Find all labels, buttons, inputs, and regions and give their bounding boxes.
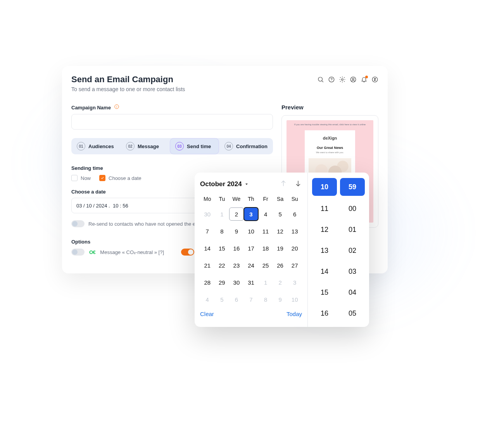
hour-option[interactable]: 12 bbox=[312, 221, 337, 238]
calendar-panel: October 2024 MoTuWeThFrSaSu3012345678910… bbox=[195, 173, 308, 327]
hour-option[interactable]: 11 bbox=[312, 200, 337, 217]
minute-option[interactable]: 01 bbox=[340, 221, 365, 238]
hour-option[interactable]: 10 bbox=[312, 178, 337, 196]
day-of-week-header: We bbox=[229, 196, 244, 204]
calendar-day[interactable]: 13 bbox=[287, 225, 302, 238]
datetime-picker: October 2024 MoTuWeThFrSaSu3012345678910… bbox=[195, 173, 369, 327]
calendar-day: 6 bbox=[229, 293, 244, 306]
resend-toggle[interactable] bbox=[71, 220, 85, 227]
calendar-day[interactable]: 3 bbox=[244, 207, 259, 221]
step-message[interactable]: 02Message bbox=[121, 138, 170, 154]
option-choose-date[interactable]: Choose a date bbox=[99, 175, 142, 181]
svg-line-1 bbox=[322, 81, 323, 82]
calendar-day[interactable]: 6 bbox=[287, 207, 302, 221]
calendar-day[interactable]: 12 bbox=[273, 225, 288, 238]
step-label: Confirmation bbox=[236, 143, 268, 149]
svg-point-0 bbox=[318, 77, 323, 81]
step-send-time[interactable]: 03Send time bbox=[170, 138, 219, 154]
calendar-day[interactable]: 17 bbox=[244, 242, 259, 255]
calendar-day[interactable]: 14 bbox=[200, 242, 215, 255]
calendar-day[interactable]: 2 bbox=[229, 207, 244, 221]
minute-option[interactable]: 59 bbox=[340, 178, 365, 196]
co2-text: Message « CO₂-neutral » [?] bbox=[100, 249, 164, 255]
calendar-day[interactable]: 10 bbox=[244, 225, 259, 238]
activate-stats-toggle[interactable] bbox=[181, 249, 194, 256]
sending-time-label: Sending time bbox=[71, 165, 273, 171]
calendar-day[interactable]: 31 bbox=[244, 276, 259, 289]
calendar-day[interactable]: 24 bbox=[244, 259, 259, 272]
step-number: 03 bbox=[175, 142, 184, 150]
calendar-day[interactable]: 25 bbox=[258, 259, 273, 272]
co2-toggle[interactable] bbox=[71, 249, 85, 256]
calendar-day[interactable]: 27 bbox=[287, 259, 302, 272]
clear-button[interactable]: Clear bbox=[200, 311, 214, 317]
calendar-grid: MoTuWeThFrSaSu30123456789101112131415161… bbox=[200, 196, 302, 306]
minute-option[interactable]: 02 bbox=[340, 242, 365, 259]
hour-option[interactable]: 14 bbox=[312, 263, 337, 280]
calendar-day[interactable]: 18 bbox=[258, 242, 273, 255]
checkbox-now[interactable] bbox=[71, 175, 78, 181]
page-title: Send an Email Campaign bbox=[71, 74, 185, 85]
preview-subtext: We want to share with you. bbox=[316, 151, 344, 154]
minutes-column[interactable]: 59000102030405 bbox=[340, 178, 365, 321]
preview-headline: Our Great News bbox=[317, 146, 343, 150]
calendar-day: 30 bbox=[200, 207, 215, 221]
step-audiences[interactable]: 01Audiences bbox=[71, 138, 121, 154]
today-button[interactable]: Today bbox=[287, 311, 302, 317]
month-label: October 2024 bbox=[200, 180, 242, 188]
minute-option[interactable]: 05 bbox=[340, 305, 365, 321]
calendar-day: 4 bbox=[200, 293, 215, 306]
month-selector[interactable]: October 2024 bbox=[200, 180, 249, 188]
step-label: Audiences bbox=[88, 143, 114, 149]
calendar-day[interactable]: 7 bbox=[200, 225, 215, 238]
svg-point-10 bbox=[116, 105, 117, 106]
calendar-day[interactable]: 8 bbox=[215, 225, 230, 238]
hour-option[interactable]: 16 bbox=[312, 305, 337, 321]
calendar-day[interactable]: 26 bbox=[273, 259, 288, 272]
calendar-day[interactable]: 30 bbox=[229, 276, 244, 289]
calendar-day: 8 bbox=[258, 293, 273, 306]
day-of-week-header: Su bbox=[287, 196, 302, 204]
user-icon[interactable] bbox=[350, 76, 357, 85]
day-of-week-header: Sa bbox=[273, 196, 288, 204]
minute-option[interactable]: 00 bbox=[340, 200, 365, 217]
next-month-button[interactable] bbox=[294, 180, 302, 189]
minute-option[interactable]: 03 bbox=[340, 263, 365, 280]
bell-icon[interactable] bbox=[361, 76, 368, 85]
hour-option[interactable]: 13 bbox=[312, 242, 337, 259]
help-icon[interactable] bbox=[328, 76, 335, 85]
step-confirmation[interactable]: 04Confirmation bbox=[219, 138, 273, 154]
billing-icon[interactable] bbox=[371, 76, 378, 85]
calendar-day[interactable]: 22 bbox=[215, 259, 230, 272]
calendar-day[interactable]: 9 bbox=[229, 225, 244, 238]
prev-month-button[interactable] bbox=[280, 180, 287, 189]
preview-topline: If you are having trouble viewing this e… bbox=[290, 123, 369, 126]
gear-icon[interactable] bbox=[339, 76, 346, 85]
minute-option[interactable]: 04 bbox=[340, 284, 365, 301]
calendar-day[interactable]: 23 bbox=[229, 259, 244, 272]
calendar-day[interactable]: 21 bbox=[200, 259, 215, 272]
step-label: Message bbox=[138, 143, 159, 149]
calendar-day[interactable]: 16 bbox=[229, 242, 244, 255]
hour-option[interactable]: 15 bbox=[312, 284, 337, 301]
wizard-steps: 01Audiences02Message03Send time04Confirm… bbox=[71, 138, 273, 154]
calendar-day[interactable]: 19 bbox=[273, 242, 288, 255]
calendar-day[interactable]: 29 bbox=[215, 276, 230, 289]
calendar-day[interactable]: 11 bbox=[258, 225, 273, 238]
hours-column[interactable]: 10111213141516 bbox=[312, 178, 337, 321]
calendar-day[interactable]: 28 bbox=[200, 276, 215, 289]
option-now[interactable]: Now bbox=[71, 175, 91, 181]
calendar-day[interactable]: 15 bbox=[215, 242, 230, 255]
checkbox-choose[interactable] bbox=[99, 175, 105, 181]
calendar-day[interactable]: 5 bbox=[273, 207, 288, 221]
search-icon[interactable] bbox=[317, 76, 324, 85]
page-subtitle: To send a message to one or more contact… bbox=[71, 86, 185, 92]
option-now-label: Now bbox=[81, 175, 91, 181]
campaign-name-input[interactable] bbox=[71, 114, 273, 130]
calendar-day[interactable]: 20 bbox=[287, 242, 302, 255]
svg-point-5 bbox=[350, 77, 356, 82]
calendar-day: 5 bbox=[215, 293, 230, 306]
calendar-day[interactable]: 4 bbox=[258, 207, 273, 221]
step-number: 02 bbox=[126, 142, 135, 150]
info-icon[interactable] bbox=[114, 104, 119, 111]
